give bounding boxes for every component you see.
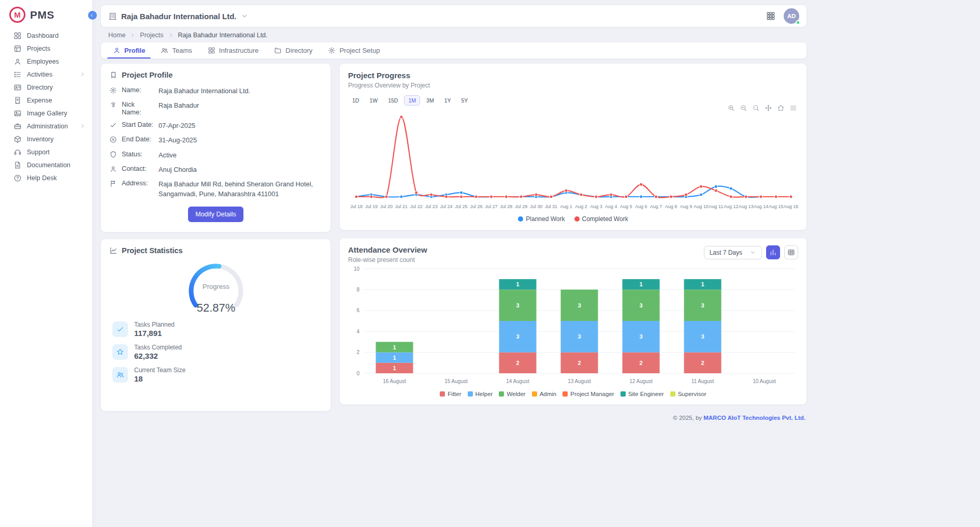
legend-completed-work[interactable]: Completed Work [574, 215, 628, 223]
date-range-select[interactable]: Last 7 Days [704, 246, 762, 259]
project-progress-subtitle: Progress Overview by Project [348, 82, 798, 89]
project-progress-chart[interactable]: Jul 18Jul 19Jul 20Jul 21Jul 22Jul 23Jul … [348, 106, 798, 212]
range-button-3m[interactable]: 3M [422, 95, 438, 106]
range-button-5y[interactable]: 5Y [457, 95, 472, 106]
activities-icon [13, 70, 22, 79]
profile-field-contact: Contact:Anuj Chordia [109, 165, 322, 174]
profile-icon [113, 47, 121, 54]
zoom-out-button[interactable] [740, 104, 747, 112]
tab-infrastructure[interactable]: Infrastructure [201, 42, 266, 58]
pan-button[interactable] [765, 104, 772, 112]
tab-profile[interactable]: Profile [106, 42, 152, 58]
building-icon [108, 12, 117, 21]
sidebar-item-directory[interactable]: Directory [0, 81, 92, 94]
tab-directory[interactable]: Directory [267, 42, 319, 58]
sidebar-item-label: Expense [27, 97, 52, 104]
app-logo[interactable]: M PMS [0, 0, 92, 29]
projects-icon [13, 45, 22, 53]
sidebar-item-label: Projects [27, 45, 50, 52]
sidebar-item-inventory[interactable]: Inventory [0, 133, 92, 145]
legend-site-engineer[interactable]: Site Engineer [621, 391, 664, 397]
avatar[interactable]: AD [784, 8, 799, 24]
table-view-button[interactable] [784, 245, 798, 259]
chevron-right-icon [79, 71, 86, 78]
sidebar-item-activities[interactable]: Activities [0, 68, 92, 81]
sidebar-item-employees[interactable]: Employees [0, 55, 92, 68]
employees-icon [13, 57, 22, 66]
legend-helper[interactable]: Helper [468, 391, 493, 397]
sidebar-item-administration[interactable]: Administration [0, 120, 92, 133]
legend-supervisor[interactable]: Supervisor [670, 391, 707, 397]
attendance-chart[interactable]: 024681011116 August15 August233114 Augus… [348, 264, 798, 388]
svg-text:2: 2 [578, 360, 581, 366]
avatar-initials: AD [787, 13, 796, 19]
svg-text:2: 2 [639, 360, 642, 366]
legend-fitter[interactable]: Fitter [440, 391, 461, 397]
svg-text:Aug 16: Aug 16 [784, 204, 798, 209]
sidebar-item-documentation[interactable]: Documentation [0, 158, 92, 171]
modify-details-button[interactable]: Modify Details [188, 207, 243, 222]
company-selector[interactable]: Raja Bahadur International Ltd. [108, 12, 248, 21]
check-icon-box [112, 321, 128, 337]
range-button-1w[interactable]: 1W [365, 95, 382, 106]
svg-text:11 August: 11 August [691, 378, 714, 384]
svg-text:Jul 23: Jul 23 [425, 204, 438, 209]
svg-text:Jul 28: Jul 28 [500, 204, 512, 209]
sidebar-collapse-button[interactable]: ‹ [88, 11, 97, 20]
badge-icon [109, 86, 117, 94]
menu-button[interactable] [789, 104, 797, 112]
tab-label: Directory [285, 47, 312, 54]
svg-text:3: 3 [639, 333, 642, 340]
breadcrumb-item-home[interactable]: Home [108, 32, 125, 39]
home-button[interactable] [777, 104, 785, 112]
legend-label: Admin [540, 391, 557, 397]
bar-chart-view-button[interactable] [766, 245, 780, 259]
legend-planned-work[interactable]: Planned Work [518, 215, 565, 223]
selection-zoom-button[interactable] [752, 104, 760, 112]
zoom-in-button[interactable] [727, 104, 735, 112]
legend-label: Fitter [448, 391, 461, 397]
sidebar-item-expense[interactable]: Expense [0, 94, 92, 107]
footer: © 2025, by MARCO AIoT Technologies Pvt. … [340, 413, 806, 421]
sidebar-item-projects[interactable]: Projects [0, 42, 92, 55]
legend-project-manager[interactable]: Project Manager [563, 391, 614, 397]
field-value: Raja Bahadur Mill Rd, behind Sheraton Gr… [158, 179, 322, 199]
tab-teams[interactable]: Teams [154, 42, 198, 58]
tab-project-setup[interactable]: Project Setup [321, 42, 386, 58]
sidebar-item-help-desk[interactable]: Help Desk [0, 171, 92, 184]
legend-marker-icon [563, 391, 568, 397]
sidebar-item-label: Dashboard [27, 32, 59, 39]
legend-welder[interactable]: Welder [499, 391, 525, 397]
legend-label: Welder [507, 391, 525, 397]
check-icon [109, 121, 117, 129]
sidebar-item-dashboard[interactable]: Dashboard [0, 29, 92, 42]
image-gallery-icon [13, 109, 22, 118]
stat-label: Current Team Size [134, 367, 185, 374]
range-button-1m[interactable]: 1M [404, 95, 420, 106]
legend-admin[interactable]: Admin [532, 391, 557, 397]
breadcrumb-item-raja-bahadur-international-ltd: Raja Bahadur International Ltd. [178, 32, 268, 39]
legend-marker-icon [574, 216, 580, 222]
stat-label: Tasks Completed [134, 344, 182, 351]
field-value: 07-Apr-2025 [158, 121, 322, 130]
date-range-value: Last 7 Days [710, 249, 742, 256]
apps-menu-button[interactable] [766, 11, 775, 21]
shield-icon [109, 151, 117, 158]
profile-field-nick-name: Nick Name:Raja Bahadur [109, 100, 322, 116]
svg-text:3: 3 [516, 302, 519, 309]
footer-link[interactable]: MARCO AIoT Technologies Pvt. Ltd. [703, 415, 805, 421]
apps-icon [766, 11, 775, 21]
breadcrumb-item-projects[interactable]: Projects [140, 32, 163, 39]
svg-text:Jul 22: Jul 22 [410, 204, 423, 209]
pan-icon [765, 104, 772, 112]
sidebar-item-image-gallery[interactable]: Image Gallery [0, 107, 92, 120]
stat-tasks-planned: Tasks Planned117,891 [112, 321, 322, 338]
range-button-15d[interactable]: 15D [384, 95, 402, 106]
svg-text:Jul 31: Jul 31 [545, 204, 557, 209]
tab-label: Infrastructure [219, 47, 259, 54]
range-button-1y[interactable]: 1Y [440, 95, 455, 106]
range-button-1d[interactable]: 1D [348, 95, 363, 106]
field-label: Name: [122, 86, 154, 94]
sidebar-item-support[interactable]: Support [0, 145, 92, 158]
svg-text:8: 8 [356, 287, 359, 292]
